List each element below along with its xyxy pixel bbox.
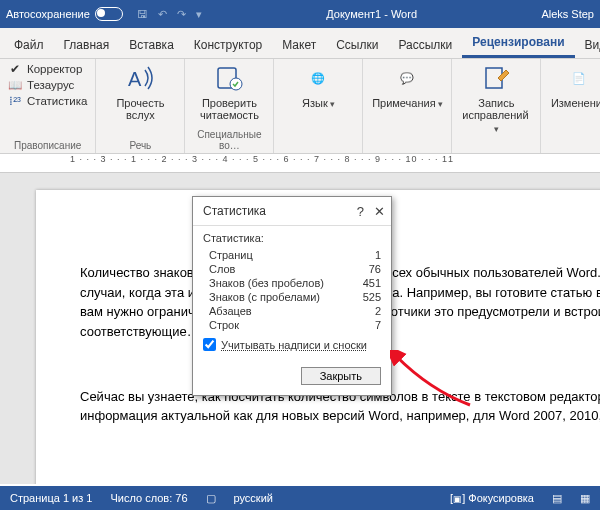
track-changes-icon bbox=[482, 62, 510, 94]
status-page[interactable]: Страница 1 из 1 bbox=[10, 492, 92, 504]
changes-button[interactable]: 📄 Изменения bbox=[549, 62, 600, 109]
checkbox-input[interactable] bbox=[203, 338, 216, 351]
tab-design[interactable]: Конструктор bbox=[184, 32, 272, 58]
tab-references[interactable]: Ссылки bbox=[326, 32, 388, 58]
status-word-count[interactable]: Число слов: 76 bbox=[110, 492, 187, 504]
chevron-down-icon: ▾ bbox=[330, 99, 335, 109]
track-changes-button[interactable]: Запись исправлений ▾ bbox=[460, 62, 532, 135]
read-mode-icon[interactable]: ▦ bbox=[580, 492, 590, 505]
tab-file[interactable]: Файл bbox=[4, 32, 54, 58]
close-button[interactable]: Закрыть bbox=[301, 367, 381, 385]
ribbon-tabs: Файл Главная Вставка Конструктор Макет С… bbox=[0, 28, 600, 59]
read-aloud-icon: A bbox=[125, 62, 155, 94]
user-name[interactable]: Aleks Step bbox=[541, 8, 594, 20]
language-button[interactable]: 🌐 Язык▾ bbox=[282, 62, 354, 110]
group-speech: A Прочесть вслух Речь bbox=[96, 59, 185, 153]
group-label-speech: Речь bbox=[104, 138, 176, 151]
comments-button[interactable]: 💬 Примечания▾ bbox=[371, 62, 443, 110]
group-changes: 📄 Изменения bbox=[541, 59, 600, 153]
stat-lines: Строк7 bbox=[203, 318, 381, 332]
globe-icon: 🌐 bbox=[311, 62, 325, 94]
chevron-down-icon: ▾ bbox=[494, 124, 499, 134]
tab-home[interactable]: Главная bbox=[54, 32, 120, 58]
qat-more-icon[interactable]: ▾ bbox=[196, 8, 202, 21]
tab-layout[interactable]: Макет bbox=[272, 32, 326, 58]
group-label-accessibility: Специальные во… bbox=[193, 127, 265, 151]
horizontal-ruler[interactable]: 1 · · · 3 · · · 1 · · · 2 · · · 3 · · · … bbox=[0, 154, 600, 173]
group-label-proofing: Правописание bbox=[8, 138, 87, 151]
count-icon: ⁞²³ bbox=[8, 94, 22, 108]
include-textboxes-checkbox[interactable]: Учитывать надписи и сноски bbox=[203, 338, 381, 351]
group-language: 🌐 Язык▾ bbox=[274, 59, 363, 153]
ribbon: ✔Корректор 📖Тезаурус ⁞²³Статистика Право… bbox=[0, 59, 600, 154]
group-comments: 💬 Примечания▾ bbox=[363, 59, 452, 153]
svg-text:A: A bbox=[128, 68, 142, 90]
corrector-button[interactable]: ✔Корректор bbox=[8, 62, 87, 76]
stat-paragraphs: Абзацев2 bbox=[203, 304, 381, 318]
quick-access-toolbar: 🖫 ↶ ↷ ▾ bbox=[137, 8, 202, 21]
tab-view[interactable]: Вид bbox=[575, 32, 600, 58]
comment-icon: 💬 bbox=[400, 62, 414, 94]
focus-mode-button[interactable]: [▣] Фокусировка bbox=[450, 492, 534, 504]
document-title: Документ1 - Word bbox=[202, 8, 542, 20]
print-layout-icon[interactable]: ▤ bbox=[552, 492, 562, 505]
help-icon[interactable]: ? bbox=[357, 204, 364, 219]
toggle-off-icon bbox=[95, 7, 123, 21]
checkbox-label: Учитывать надписи и сноски bbox=[221, 339, 367, 351]
dialog-header: Статистика: bbox=[203, 232, 381, 244]
dialog-titlebar[interactable]: Статистика ? ✕ bbox=[193, 197, 391, 226]
statistics-dialog: Статистика ? ✕ Статистика: Страниц1 Слов… bbox=[192, 196, 392, 396]
status-language[interactable]: русский bbox=[234, 492, 273, 504]
autosave-toggle[interactable]: Автосохранение bbox=[6, 7, 123, 21]
thesaurus-button[interactable]: 📖Тезаурус bbox=[8, 78, 87, 92]
stat-chars-no-spaces: Знаков (без пробелов)451 bbox=[203, 276, 381, 290]
group-tracking: Запись исправлений ▾ bbox=[452, 59, 541, 153]
chevron-down-icon: ▾ bbox=[438, 99, 443, 109]
check-accessibility-button[interactable]: Проверить читаемость bbox=[193, 62, 265, 121]
close-icon[interactable]: ✕ bbox=[374, 204, 385, 219]
title-bar: Автосохранение 🖫 ↶ ↷ ▾ Документ1 - Word … bbox=[0, 0, 600, 28]
tab-mailings[interactable]: Рассылки bbox=[388, 32, 462, 58]
redo-icon[interactable]: ↷ bbox=[177, 8, 186, 21]
stat-pages: Страниц1 bbox=[203, 248, 381, 262]
undo-icon[interactable]: ↶ bbox=[158, 8, 167, 21]
read-aloud-button[interactable]: A Прочесть вслух bbox=[104, 62, 176, 121]
stat-chars-spaces: Знаков (с пробелами)525 bbox=[203, 290, 381, 304]
word-count-button[interactable]: ⁞²³Статистика bbox=[8, 94, 87, 108]
check-abc-icon: ✔ bbox=[8, 62, 22, 76]
tab-insert[interactable]: Вставка bbox=[119, 32, 184, 58]
autosave-label: Автосохранение bbox=[6, 8, 90, 20]
book-icon: 📖 bbox=[8, 78, 22, 92]
group-proofing: ✔Корректор 📖Тезаурус ⁞²³Статистика Право… bbox=[0, 59, 96, 153]
changes-icon: 📄 bbox=[572, 62, 586, 94]
stat-words: Слов76 bbox=[203, 262, 381, 276]
status-bar: Страница 1 из 1 Число слов: 76 ▢ русский… bbox=[0, 486, 600, 510]
tab-review[interactable]: Рецензировани bbox=[462, 29, 574, 58]
accessibility-icon bbox=[214, 62, 244, 94]
save-icon[interactable]: 🖫 bbox=[137, 8, 148, 21]
group-accessibility: Проверить читаемость Специальные во… bbox=[185, 59, 274, 153]
dialog-title: Статистика bbox=[203, 204, 266, 218]
spellcheck-icon[interactable]: ▢ bbox=[206, 492, 216, 505]
